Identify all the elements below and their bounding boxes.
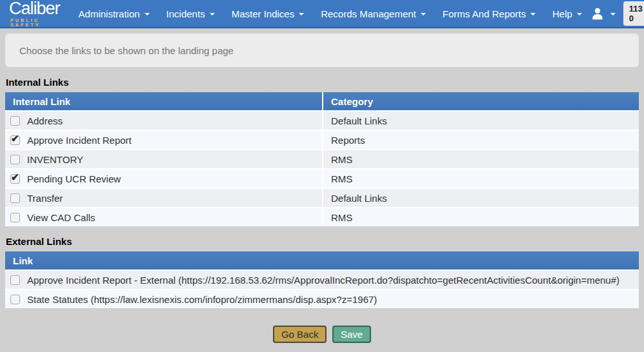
link-category: RMS xyxy=(323,208,639,226)
checkbox-transfer[interactable] xyxy=(10,193,20,203)
brand-tagline: PUBLIC SAFETY xyxy=(9,18,60,27)
internal-links-table-body: Address Default Links Approve Incident R… xyxy=(5,112,639,226)
table-row: View CAD Calls RMS xyxy=(5,208,639,226)
menu-label: Forms And Reports xyxy=(443,8,526,19)
link-label: Transfer xyxy=(27,193,63,204)
internal-links-heading: Internal Links xyxy=(6,77,639,88)
external-links-heading: External Links xyxy=(6,236,639,247)
table-row: Pending UCR Review RMS xyxy=(5,170,639,188)
external-links-table-header: Link xyxy=(5,251,639,269)
checkbox-approve-incident-report[interactable] xyxy=(10,135,20,145)
checkbox-pending-ucr-review[interactable] xyxy=(10,174,20,184)
table-row: State Statutes (https://law.lexisnexis.c… xyxy=(5,290,639,308)
link-category: Default Links xyxy=(323,112,639,130)
action-button-bar: Go Back Save xyxy=(0,326,644,343)
link-category: Default Links xyxy=(323,189,639,207)
link-label: INVENTORY xyxy=(27,154,83,165)
chevron-down-icon xyxy=(210,13,215,15)
info-banner: Choose the links to be shown on the land… xyxy=(5,34,639,67)
menu-records-management[interactable]: Records Management xyxy=(312,0,434,27)
menu-incidents[interactable]: Incidents xyxy=(158,0,223,27)
column-header-link: Link xyxy=(5,251,639,269)
chevron-down-icon xyxy=(530,13,536,15)
link-category: Reports xyxy=(323,131,639,149)
internal-links-table: Internal Link Category Address Default L… xyxy=(5,92,639,226)
menu-label: Administration xyxy=(79,8,140,19)
menu-forms-and-reports[interactable]: Forms And Reports xyxy=(434,0,544,27)
user-icon xyxy=(590,6,605,21)
chevron-down-icon xyxy=(421,13,426,15)
menu-label: Incidents xyxy=(166,8,205,19)
external-links-table-body: Approve Incident Report - External (http… xyxy=(5,271,639,308)
link-label: State Statutes (https://law.lexisnexis.c… xyxy=(27,294,377,305)
link-label: Pending UCR Review xyxy=(27,173,121,184)
table-row: INVENTORY RMS xyxy=(5,150,639,168)
table-row: Address Default Links xyxy=(5,112,639,130)
menu-master-indices[interactable]: Master Indices xyxy=(223,0,313,27)
top-navbar: Caliber PUBLIC SAFETY Administration Inc… xyxy=(0,0,644,28)
menu-label: Master Indices xyxy=(232,8,295,19)
user-menu-button[interactable] xyxy=(590,6,618,21)
column-header-category: Category xyxy=(323,92,639,110)
link-category: RMS xyxy=(323,150,639,168)
table-row: Approve Incident Report - External (http… xyxy=(5,271,639,289)
menu-help[interactable]: Help xyxy=(544,0,590,27)
chevron-down-icon xyxy=(577,13,582,15)
external-links-table: Link Approve Incident Report - External … xyxy=(5,251,639,308)
info-banner-text: Choose the links to be shown on the land… xyxy=(19,45,234,56)
go-back-button[interactable]: Go Back xyxy=(273,326,327,343)
brand-name: Caliber xyxy=(9,0,60,17)
column-header-internal-link: Internal Link xyxy=(5,92,322,110)
internal-links-table-header: Internal Link Category xyxy=(5,92,639,110)
menu-label: Records Management xyxy=(321,8,416,19)
link-label: Address xyxy=(27,115,63,126)
chevron-down-icon xyxy=(610,13,616,15)
link-category: RMS xyxy=(323,170,639,188)
checkbox-inventory[interactable] xyxy=(10,155,20,164)
menu-administration[interactable]: Administration xyxy=(70,0,158,27)
checkbox-approve-incident-report-external[interactable] xyxy=(10,275,20,285)
brand-logo[interactable]: Caliber PUBLIC SAFETY xyxy=(9,0,60,27)
link-label: Approve Incident Report - External (http… xyxy=(27,275,619,286)
save-button[interactable]: Save xyxy=(332,326,371,343)
link-label: Approve Incident Report xyxy=(27,135,132,146)
record-count-badge[interactable]: 113 / 0 xyxy=(623,1,644,26)
chevron-down-icon xyxy=(299,13,304,15)
checkbox-address[interactable] xyxy=(10,116,20,126)
navbar-right-group: 113 / 0 ⚙ xyxy=(590,1,644,26)
checkbox-state-statutes[interactable] xyxy=(10,295,20,304)
table-row: Approve Incident Report Reports xyxy=(5,131,639,149)
link-label: View CAD Calls xyxy=(27,212,96,223)
menu-label: Help xyxy=(552,8,572,19)
chevron-down-icon xyxy=(145,13,150,15)
table-row: Transfer Default Links xyxy=(5,189,639,207)
checkbox-view-cad-calls[interactable] xyxy=(10,213,20,222)
